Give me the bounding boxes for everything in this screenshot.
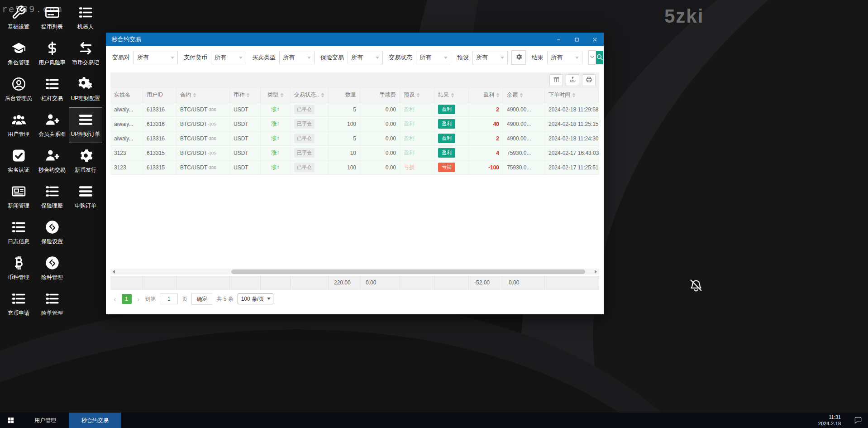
goto-page-input[interactable] xyxy=(160,293,178,304)
filter-value: 所有 xyxy=(137,53,149,62)
cell-value: 0.00 xyxy=(386,164,396,171)
cell-fee: 0.00 xyxy=(360,117,400,131)
cell-uid: 613315 xyxy=(143,160,176,175)
cell-value: USDT xyxy=(234,135,248,142)
cell-name: aiwaiy... xyxy=(110,102,143,117)
desktop-icon-8[interactable]: UP理财配置 xyxy=(69,72,102,107)
desktop-icon-18[interactable]: 日志信息 xyxy=(2,215,35,250)
taskbar-item-1[interactable]: 秒合约交易 xyxy=(69,413,121,428)
desktop-icon-19[interactable]: 保险设置 xyxy=(35,215,69,250)
desktop-icon-0[interactable]: 基础设置 xyxy=(2,0,35,36)
desktop-icon-label: 保险理赔 xyxy=(41,202,63,210)
desktop-icon-label: 角色管理 xyxy=(8,59,29,67)
print-button[interactable] xyxy=(582,74,596,86)
desktop-icon-label: 基础设置 xyxy=(8,23,29,31)
desktop-icon-13[interactable]: 秒合约交易 xyxy=(35,143,69,179)
filter-select-5[interactable]: 所有 xyxy=(472,51,508,64)
desktop-icon-1[interactable]: 提币列表 xyxy=(35,0,69,36)
cell-status: 已平仓 xyxy=(291,117,329,131)
swap-arrows-icon xyxy=(78,41,93,56)
maximize-button[interactable] xyxy=(568,33,586,46)
scroll-right-arrow[interactable] xyxy=(592,269,599,274)
current-page-button[interactable]: 1 xyxy=(122,294,132,304)
list-icon xyxy=(78,5,93,20)
col-header-preset[interactable]: 预设 xyxy=(400,88,434,102)
desktop-icon-25[interactable]: 险单管理 xyxy=(35,286,69,322)
desktop-icon-15[interactable]: 新闻管理 xyxy=(2,179,35,215)
desktop-icon-12[interactable]: 实名认证 xyxy=(2,143,35,179)
col-header-balance[interactable]: 余额 xyxy=(503,88,545,102)
sort-icon xyxy=(451,93,454,97)
desktop-icon-3[interactable]: 角色管理 xyxy=(2,36,35,72)
table-row[interactable]: aiwaiy...613316BTC/USDT-30SUSDT涨↑已平仓50.0… xyxy=(110,102,599,117)
desktop-icon-17[interactable]: 申购订单 xyxy=(69,179,102,215)
contract-period: -30S xyxy=(208,151,216,155)
cell-fee: 0.00 xyxy=(360,102,400,117)
table-row[interactable]: 3123613315BTC/USDT-30SUSDT涨↑已平仓100.00盈利盈… xyxy=(110,146,599,160)
desktop-icon-6[interactable]: 后台管理员 xyxy=(2,72,35,107)
result-badge: 盈利 xyxy=(438,105,455,114)
col-header-result[interactable]: 结果 xyxy=(434,88,469,102)
desktop-icon-22[interactable]: 险种管理 xyxy=(35,250,69,286)
export-button[interactable] xyxy=(566,74,579,86)
prev-page-button[interactable]: ‹ xyxy=(112,295,118,303)
start-button[interactable] xyxy=(0,413,22,428)
cell-profit: -100 xyxy=(469,160,503,175)
col-header-label: 交易状态.. xyxy=(294,91,319,99)
desktop-icon-label: 新币发行 xyxy=(75,166,96,174)
filter-value: 所有 xyxy=(283,53,295,62)
result-badge: 盈利 xyxy=(438,148,455,158)
taskbar-item-0[interactable]: 用户管理 xyxy=(22,413,69,428)
col-header-coin[interactable]: 币种 xyxy=(230,88,261,102)
filter-select-4[interactable]: 所有 xyxy=(416,51,451,64)
filter-select-6[interactable]: 所有 xyxy=(547,51,582,64)
desktop-icon-5[interactable]: 币币交易记 xyxy=(69,36,102,72)
minimize-button[interactable] xyxy=(549,33,568,46)
col-header-profit[interactable]: 盈利 xyxy=(469,88,503,102)
next-page-button[interactable]: › xyxy=(136,295,141,303)
col-header-status[interactable]: 交易状态.. xyxy=(291,88,329,102)
expand-filters-button[interactable] xyxy=(588,50,596,65)
desktop-icon-2[interactable]: 机器人 xyxy=(69,0,102,36)
profit-value: 2 xyxy=(496,135,499,142)
taskbar-item-label: 用户管理 xyxy=(34,417,56,424)
summary-fee: 0.00 xyxy=(360,276,400,289)
scroll-left-arrow[interactable] xyxy=(110,269,117,274)
caret-down-icon xyxy=(307,57,311,59)
col-header-contract[interactable]: 合约 xyxy=(176,88,230,102)
col-header-label: 类型 xyxy=(267,91,278,99)
desktop-icon-14[interactable]: 新币发行 xyxy=(69,143,102,179)
columns-button[interactable] xyxy=(549,74,563,86)
table-row[interactable]: aiwaiy...613316BTC/USDT-30SUSDT涨↑已平仓50.0… xyxy=(110,131,599,146)
table-row[interactable]: aiwaiy...613316BTC/USDT-30SUSDT涨↑已平仓1000… xyxy=(110,117,599,131)
desktop-icon-10[interactable]: 会员关系图 xyxy=(35,107,69,143)
cell-time: 2024-02-18 11:25:15 xyxy=(545,117,599,131)
table-row[interactable]: 3123613315BTC/USDT-30SUSDT涨↑已平仓1000.00亏损… xyxy=(110,160,599,175)
desktop-icon-7[interactable]: 杠杆交易 xyxy=(35,72,69,107)
desktop-icon-21[interactable]: 币种管理 xyxy=(2,250,35,286)
filter-select-3[interactable]: 所有 xyxy=(348,51,383,64)
desktop-icon-11[interactable]: UP理财订单 xyxy=(69,107,102,143)
preset-settings-button[interactable] xyxy=(511,50,526,65)
bell-slash-icon[interactable] xyxy=(689,278,703,293)
close-button[interactable] xyxy=(586,33,604,46)
filter-1: 支付货币所有 xyxy=(184,51,246,64)
desktop-icon-24[interactable]: 充币申请 xyxy=(2,286,35,322)
desktop-icon-4[interactable]: 用户风险率 xyxy=(35,36,69,72)
cell-profit: 4 xyxy=(469,146,503,160)
user-plus-icon xyxy=(45,112,60,127)
filter-select-0[interactable]: 所有 xyxy=(134,51,178,64)
desktop-icon-16[interactable]: 保险理赔 xyxy=(35,179,69,215)
scrollbar-thumb[interactable] xyxy=(231,269,585,274)
filter-select-1[interactable]: 所有 xyxy=(211,51,246,64)
filter-select-2[interactable]: 所有 xyxy=(279,51,315,64)
desktop-icon-9[interactable]: 用户管理 xyxy=(2,107,35,143)
per-page-select[interactable]: 100 条/页 xyxy=(238,293,274,304)
confirm-button[interactable]: 确定 xyxy=(191,293,212,305)
search-button[interactable] xyxy=(596,51,603,64)
col-header-time[interactable]: 下单时间 xyxy=(545,88,599,102)
chat-icon[interactable] xyxy=(848,413,868,428)
col-header-type[interactable]: 类型 xyxy=(261,88,291,102)
col-header-label: 手续费 xyxy=(380,91,396,99)
cell-name: aiwaiy... xyxy=(110,117,143,131)
